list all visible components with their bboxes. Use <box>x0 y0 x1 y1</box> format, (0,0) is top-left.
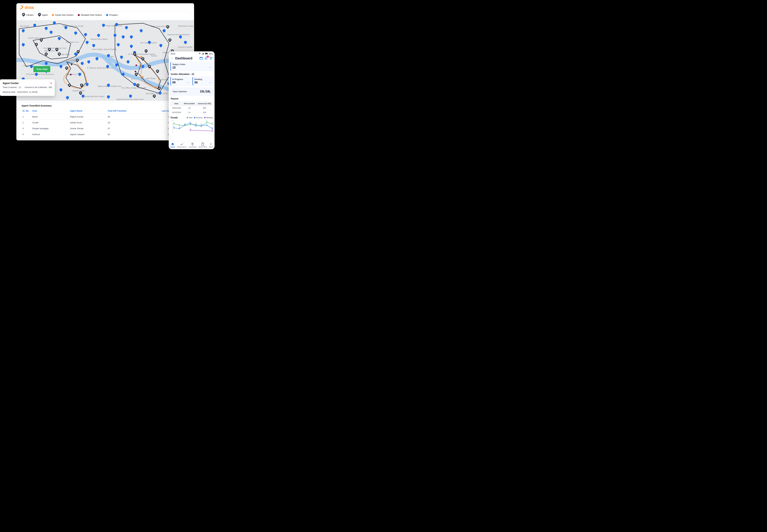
svg-text:51: 51 <box>212 127 213 128</box>
popup-amount: Amount to be Collected : 300 <box>25 86 52 89</box>
todays-visits-value: 15 <box>172 66 211 69</box>
nav-smartpitch[interactable]: Smart Pitch <box>199 142 207 148</box>
filter-icon[interactable] <box>209 57 213 60</box>
legend-centers: Centers <box>22 13 34 17</box>
svg-text:55: 55 <box>173 126 174 127</box>
brand-name: dista <box>25 5 34 10</box>
legend-prospect-label: Prospect <box>109 14 117 16</box>
battery-pct: 98% <box>209 53 213 55</box>
svg-text:50: 50 <box>179 127 180 128</box>
payout-col-amount[interactable]: Amount (in RS) <box>196 101 213 106</box>
svg-text:70: 70 <box>206 124 208 125</box>
svg-text:75: 75 <box>195 123 197 124</box>
svg-rect-40 <box>208 53 208 54</box>
actual-dot-icon <box>52 14 54 16</box>
svg-text:100: 100 <box>171 120 173 121</box>
svg-point-75 <box>196 125 196 126</box>
nav-performance[interactable]: Performance <box>177 142 186 148</box>
legend-deviated-label: Deviated Visit Centers <box>81 14 102 16</box>
payout-col-date[interactable]: Date <box>170 101 182 106</box>
svg-text:71: 71 <box>201 123 202 124</box>
legend-actual: Actual Visit Centers <box>52 14 73 16</box>
svg-point-32 <box>142 76 144 78</box>
table-row[interactable]: 13/12/202414320 <box>170 110 213 115</box>
svg-rect-89 <box>202 143 203 143</box>
svg-point-71 <box>184 124 185 125</box>
svg-text:40: 40 <box>172 130 173 131</box>
legend-centers-label: Centers <box>26 14 34 16</box>
table-row[interactable]: 15/01/202510300 <box>170 106 213 110</box>
svg-point-7 <box>56 48 58 50</box>
table-row[interactable]: 1BanerRajesh Kumar4015/01/2025, 04:30PM <box>21 114 189 120</box>
pending-label: Pending <box>195 78 211 80</box>
svg-point-0 <box>20 9 21 9</box>
svg-point-85 <box>212 131 213 131</box>
svg-rect-88 <box>202 143 204 145</box>
svg-text:66: 66 <box>195 124 197 125</box>
svg-point-31 <box>140 65 142 67</box>
deviated-dot-icon <box>78 14 80 16</box>
svg-text:70: 70 <box>179 124 180 125</box>
total-collection-value: 15L/18L <box>200 90 211 93</box>
legend-agent-label: Agent <box>42 14 48 16</box>
status-time: 09:43 <box>171 53 175 55</box>
trends-legend: Visits Revenue Meetings <box>187 117 213 119</box>
wifi-icon <box>199 53 201 55</box>
todays-visits-card[interactable]: Today's Visits 15 → <box>170 62 213 71</box>
page-title: Dashboard <box>175 56 198 60</box>
svg-text:80: 80 <box>172 123 173 124</box>
center-popup: Agasi Center ✕ Total Customer : 12 Amoun… <box>0 79 55 96</box>
popup-meeting: Meeting Date : 15/01/2025, 11:20AM <box>3 91 52 93</box>
legend-prospect: Prospect <box>106 14 117 16</box>
summary-card: Agent Travelled Summary Sr. No. Area Age… <box>19 102 192 138</box>
close-icon[interactable]: ✕ <box>50 82 52 85</box>
total-collection-card[interactable]: Total Collection 15L/18L <box>170 88 213 95</box>
svg-point-77 <box>201 125 202 125</box>
map-legend: Centers Agent Actual Visit Centers Devia… <box>20 11 191 19</box>
svg-point-3 <box>39 14 40 15</box>
svg-text:73: 73 <box>184 123 185 124</box>
table-row[interactable]: 3Pimple SaudagarOmkar Shinde3714/01/2025… <box>21 126 189 132</box>
chart-icon <box>180 142 183 146</box>
svg-point-34 <box>71 64 72 65</box>
chevron-up-icon <box>209 142 213 146</box>
svg-text:78: 78 <box>212 122 213 123</box>
bottom-nav: Home Performance Catchment Smart Pitch M… <box>169 141 215 149</box>
svg-point-83 <box>190 130 191 131</box>
table-row[interactable]: 4KothrudJayesh Sawant4213/01/2025, 05:38… <box>21 132 189 137</box>
in-progress-card[interactable]: In Progress 09 → <box>170 77 191 86</box>
calendar-icon[interactable] <box>200 57 203 60</box>
svg-point-63 <box>207 122 207 123</box>
col-sr[interactable]: Sr. No. <box>21 108 31 114</box>
svg-point-27 <box>78 51 78 52</box>
pending-card[interactable]: Pending 06 → <box>193 77 213 86</box>
nav-home[interactable]: Home <box>170 142 175 148</box>
legend-agent: Agent <box>38 13 48 17</box>
svg-point-69 <box>179 128 180 129</box>
home-icon <box>171 142 174 146</box>
back-icon[interactable]: ← <box>171 57 173 60</box>
prospect-dot-icon <box>106 14 108 16</box>
signal-icon <box>202 53 204 55</box>
nav-more[interactable]: More <box>209 142 213 148</box>
revenue-dot-icon <box>194 117 196 118</box>
center-pin-icon <box>22 13 25 17</box>
desktop-app: dista Centers Agent Actual Visit Centers… <box>16 3 194 140</box>
app-bar: ← Dashboard 5 <box>169 55 215 62</box>
payout-col-km[interactable]: KM travelled <box>182 101 196 106</box>
col-km[interactable]: Total KM Travelled <box>107 108 143 114</box>
summary-title: Agent Travelled Summary <box>21 104 189 107</box>
col-agent[interactable]: Agent Name <box>69 108 107 114</box>
svg-point-6 <box>49 48 50 50</box>
payout-label: Payout <box>171 97 213 100</box>
svg-rect-42 <box>200 57 203 58</box>
col-area[interactable]: Area <box>31 108 69 114</box>
todays-visits-label: Today's Visits <box>172 63 211 66</box>
trends-label: Trends <box>170 116 178 119</box>
bell-icon[interactable]: 5 <box>205 57 208 60</box>
pin-icon <box>191 142 194 146</box>
nav-catchment[interactable]: Catchment <box>188 142 197 148</box>
svg-point-57 <box>190 124 191 125</box>
table-row[interactable]: 2AundhAdvait Surve2914/01/2025, 07:20PM <box>21 120 189 126</box>
total-collection-label: Total Collection <box>172 90 187 93</box>
